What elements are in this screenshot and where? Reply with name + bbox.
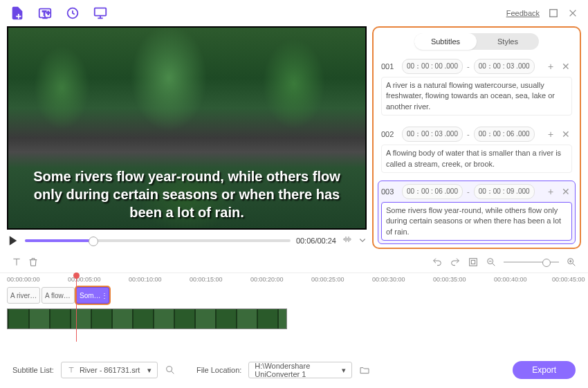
end-time-input[interactable]: 00：00 : 09 .000 <box>474 184 535 199</box>
svg-point-9 <box>167 367 172 372</box>
add-subtitle-icon[interactable]: + <box>544 60 557 73</box>
ruler-tick: 00:00:25:00 <box>311 276 344 283</box>
start-time-input[interactable]: 00：00 : 00 .000 <box>402 59 463 74</box>
subtitle-entry[interactable]: 001 00：00 : 00 .000 - 00：00 : 03 .000 + … <box>378 55 576 119</box>
top-toolbar: T+ Feedback <box>0 0 588 26</box>
zoom-slider[interactable] <box>504 261 559 263</box>
subtitle-track: A river… A flow… Som…⋮ <box>0 285 588 306</box>
svg-rect-4 <box>550 10 558 17</box>
auto-subtitle-icon[interactable] <box>65 6 80 21</box>
video-preview[interactable]: Some rivers flow year-round, while other… <box>7 26 367 230</box>
timeline-ruler[interactable]: 00:00:00:00 00:00:05:00 00:00:10:00 00:0… <box>0 272 588 285</box>
text-tool-icon[interactable] <box>11 257 22 268</box>
subtitle-file-dropdown[interactable]: River - 861731.srt ▾ <box>61 362 158 378</box>
subtitle-text[interactable]: A river is a natural flowing watercourse… <box>381 77 572 116</box>
subtitle-entry[interactable]: 003 00：00 : 06 .000 - 00：00 : 09 .000 + … <box>378 181 576 244</box>
ruler-tick: 00:00:10:00 <box>129 276 162 283</box>
end-time-input[interactable]: 00：00 : 03 .000 <box>474 59 535 74</box>
delete-subtitle-icon[interactable]: ✕ <box>560 128 572 140</box>
ruler-tick: 00:00:20:00 <box>250 276 284 283</box>
file-location-label: File Location: <box>196 366 241 374</box>
timeline-toolbar <box>0 252 588 272</box>
folder-icon[interactable] <box>359 364 370 376</box>
start-time-input[interactable]: 00：00 : 03 .000 <box>402 127 463 142</box>
end-time-input[interactable]: 00：00 : 06 .000 <box>474 127 535 142</box>
tab-styles[interactable]: Styles <box>477 33 539 50</box>
subtitle-panel: Subtitles Styles 001 00：00 : 00 .000 - 0… <box>372 26 581 249</box>
playhead[interactable] <box>76 272 77 342</box>
undo-icon[interactable] <box>432 257 443 268</box>
subtitle-text[interactable]: Some rivers flow year-round, while other… <box>381 202 572 241</box>
feedback-link[interactable]: Feedback <box>506 9 540 17</box>
svg-rect-5 <box>470 259 477 266</box>
subtitle-text[interactable]: A flowing body of water that is smaller … <box>381 145 572 173</box>
waveform-icon[interactable] <box>342 234 353 248</box>
play-button[interactable] <box>7 234 19 247</box>
panel-tabs: Subtitles Styles <box>414 33 539 50</box>
file-location-dropdown[interactable]: H:\Wondershare UniConverter 1 ▾ <box>248 362 352 378</box>
delete-icon[interactable] <box>28 257 39 268</box>
video-strip[interactable] <box>7 308 287 329</box>
zoom-out-icon[interactable] <box>486 257 497 268</box>
subtitle-clip[interactable]: A flow… <box>42 287 75 304</box>
export-button[interactable]: Export <box>513 361 576 379</box>
delete-subtitle-icon[interactable]: ✕ <box>560 60 572 73</box>
crop-icon[interactable] <box>468 257 479 268</box>
add-file-icon[interactable] <box>10 6 25 21</box>
close-icon[interactable] <box>567 8 578 19</box>
add-text-icon[interactable]: T+ <box>37 6 53 21</box>
subtitle-number: 003 <box>381 187 398 196</box>
svg-text:T+: T+ <box>42 10 50 17</box>
subtitle-number: 001 <box>381 62 398 71</box>
maximize-icon[interactable] <box>548 8 559 19</box>
subtitle-entry[interactable]: 002 00：00 : 03 .000 - 00：00 : 06 .000 + … <box>378 123 576 176</box>
add-subtitle-icon[interactable]: + <box>544 185 557 198</box>
chevron-down-icon[interactable] <box>358 234 367 247</box>
ruler-tick: 00:00:45:00 <box>552 276 585 283</box>
zoom-in-icon[interactable] <box>566 257 577 268</box>
ruler-tick: 00:00:00:00 <box>7 276 40 283</box>
time-display: 00:06/00:24 <box>296 237 336 245</box>
progress-bar[interactable] <box>25 239 291 242</box>
delete-subtitle-icon[interactable]: ✕ <box>560 185 572 198</box>
subtitle-list-label: Subtitle List: <box>12 366 54 374</box>
subtitle-overlay: Some rivers flow year-round, while other… <box>8 167 365 221</box>
add-subtitle-icon[interactable]: + <box>544 128 557 140</box>
svg-rect-6 <box>471 260 475 264</box>
ruler-tick: 00:00:30:00 <box>372 276 405 283</box>
subtitle-clip-active[interactable]: Som…⋮ <box>76 287 109 304</box>
video-track <box>7 308 581 333</box>
ruler-tick: 00:00:15:00 <box>190 276 223 283</box>
search-icon[interactable] <box>165 364 176 376</box>
redo-icon[interactable] <box>450 257 461 268</box>
footer-bar: Subtitle List: River - 861731.srt ▾ File… <box>0 358 588 382</box>
svg-rect-3 <box>95 8 107 16</box>
ruler-tick: 00:00:40:00 <box>494 276 527 283</box>
ruler-tick: 00:00:05:00 <box>68 276 101 283</box>
subtitle-number: 002 <box>381 130 398 138</box>
start-time-input[interactable]: 00：00 : 06 .000 <box>402 184 463 199</box>
ruler-tick: 00:00:35:00 <box>433 276 466 283</box>
video-player: Some rivers flow year-round, while other… <box>7 26 367 249</box>
subtitle-clip[interactable]: A river… <box>7 287 40 304</box>
tab-subtitles[interactable]: Subtitles <box>414 33 477 50</box>
display-icon[interactable] <box>93 6 108 21</box>
